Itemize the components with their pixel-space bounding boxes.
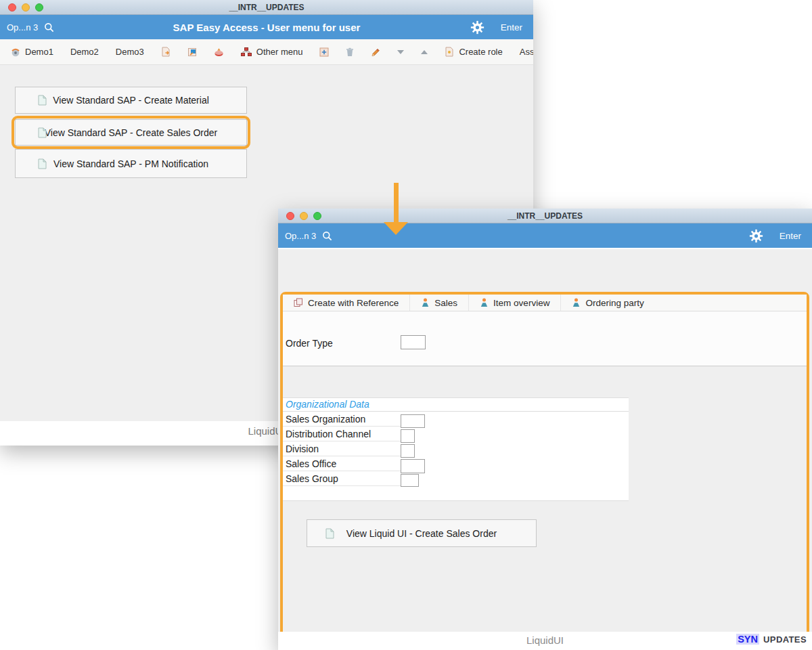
footer-brand: LiquidUI (278, 632, 812, 649)
form-row: Sales Office (283, 456, 629, 471)
order-type-section (283, 311, 807, 366)
gear-icon[interactable] (749, 229, 763, 243)
document-icon (38, 158, 47, 169)
updates-logo-text: UPDATES (763, 634, 807, 645)
sales-group-input[interactable] (401, 474, 419, 487)
person-icon (421, 298, 430, 307)
tab-bar: Create with Reference Sales Item overvie… (283, 295, 807, 311)
toolbar-demo3-button[interactable]: Demo3 (116, 47, 144, 57)
add-icon[interactable] (319, 47, 329, 57)
section-title: Organizational Data (283, 398, 629, 412)
enter-button[interactable]: Enter (780, 231, 801, 241)
pm-notification-button[interactable]: View Standard SAP - PM Notification (15, 149, 247, 178)
organizational-data-panel: Organizational Data Sales Organization D… (283, 397, 629, 501)
order-type-input[interactable] (401, 335, 426, 349)
document-icon (38, 95, 47, 106)
clipboard-icon[interactable] (187, 47, 197, 57)
search-icon[interactable] (322, 231, 332, 241)
toolbar-assign-user-button[interactable]: Assign u (520, 47, 533, 57)
tab-ordering-party[interactable]: Ordering party (560, 295, 654, 311)
tab-item-overview[interactable]: Item overview (468, 295, 560, 311)
field-label: Sales Organization (283, 412, 629, 427)
minimize-button[interactable] (22, 3, 30, 12)
field-label: Distribution Channel (283, 427, 629, 441)
app-header: Op...n 3 Enter (278, 223, 812, 248)
window-title: __INTR__UPDATES (229, 3, 304, 12)
sales-order-content: Create with Reference Sales Item overvie… (278, 249, 812, 632)
distribution-channel-input[interactable] (401, 429, 415, 443)
form-row: Sales Organization (283, 412, 629, 427)
chevron-down-icon[interactable] (397, 50, 404, 54)
division-input[interactable] (401, 444, 415, 458)
window-create-sales-order: __INTR__UPDATES Op...n 3 Enter Create wi… (278, 209, 812, 650)
arrow-shaft (394, 183, 399, 223)
search-icon[interactable] (44, 22, 54, 32)
demo1-icon (11, 47, 20, 57)
session-label[interactable]: Op...n 3 (285, 231, 316, 241)
syn-updates-logo: SYN UPDATES (736, 634, 807, 645)
eraser-icon[interactable] (214, 47, 224, 57)
form-row: Sales Group (283, 471, 629, 486)
toolbar-other-menu-button[interactable]: Other menu (241, 47, 303, 57)
toolbar-demo2-button[interactable]: Demo2 (70, 47, 99, 57)
order-type-label: Order Type (286, 338, 333, 349)
enter-button[interactable]: Enter (501, 22, 522, 32)
highlighted-screen-frame: Create with Reference Sales Item overvie… (280, 292, 809, 650)
field-label: Division (283, 441, 629, 456)
create-role-icon (445, 47, 454, 57)
titlebar[interactable]: __INTR__UPDATES (0, 0, 533, 15)
document-icon (325, 528, 334, 539)
page-title: SAP Easy Access - User menu for user (0, 22, 533, 33)
edit-icon[interactable] (371, 47, 380, 57)
person-icon (480, 298, 489, 307)
sales-office-input[interactable] (401, 459, 425, 473)
window-title: __INTR__UPDATES (508, 211, 583, 221)
zoom-button[interactable] (313, 212, 321, 220)
chevron-up-icon[interactable] (421, 50, 428, 54)
zoom-button[interactable] (35, 3, 43, 12)
new-session-icon[interactable] (161, 47, 171, 57)
hierarchy-icon (241, 47, 252, 57)
gear-icon[interactable] (470, 20, 484, 35)
form-row: Division (283, 441, 629, 456)
delete-icon[interactable] (346, 47, 354, 57)
button-label: View Liquid UI - Create Sales Order (307, 528, 536, 539)
close-button[interactable] (8, 3, 16, 12)
arrow-head-icon (384, 222, 408, 235)
button-label: View Standard SAP - Create Sales Order (16, 127, 246, 138)
toolbar-demo1-button[interactable]: Demo1 (11, 47, 53, 57)
close-button[interactable] (286, 212, 294, 220)
copy-icon (294, 298, 303, 307)
button-label: View Standard SAP - PM Notification (16, 158, 246, 169)
syn-logo-text: SYN (736, 634, 759, 645)
document-icon (38, 127, 47, 138)
sales-organization-input[interactable] (401, 414, 425, 428)
tab-sales[interactable]: Sales (409, 295, 468, 311)
button-label: View Standard SAP - Create Material (16, 95, 246, 106)
toolbar: Demo1 Demo2 Demo3 Other menu (0, 39, 533, 65)
tab-create-with-reference[interactable]: Create with Reference (283, 295, 409, 311)
field-label: Sales Group (283, 471, 629, 486)
app-header: Op...n 3 SAP Easy Access - User menu for… (0, 15, 533, 39)
titlebar[interactable]: __INTR__UPDATES (278, 209, 812, 223)
create-material-button[interactable]: View Standard SAP - Create Material (15, 87, 247, 114)
form-row: Distribution Channel (283, 427, 629, 441)
create-sales-order-button[interactable]: View Standard SAP - Create Sales Order (15, 119, 247, 146)
footer: LiquidUI SYN UPDATES (278, 632, 812, 650)
session-label[interactable]: Op...n 3 (7, 22, 38, 32)
toolbar-create-role-button[interactable]: Create role (445, 47, 502, 57)
field-label: Sales Office (283, 456, 629, 471)
minimize-button[interactable] (300, 212, 308, 220)
view-liquid-ui-button[interactable]: View Liquid UI - Create Sales Order (307, 519, 537, 547)
person-icon (572, 298, 581, 307)
